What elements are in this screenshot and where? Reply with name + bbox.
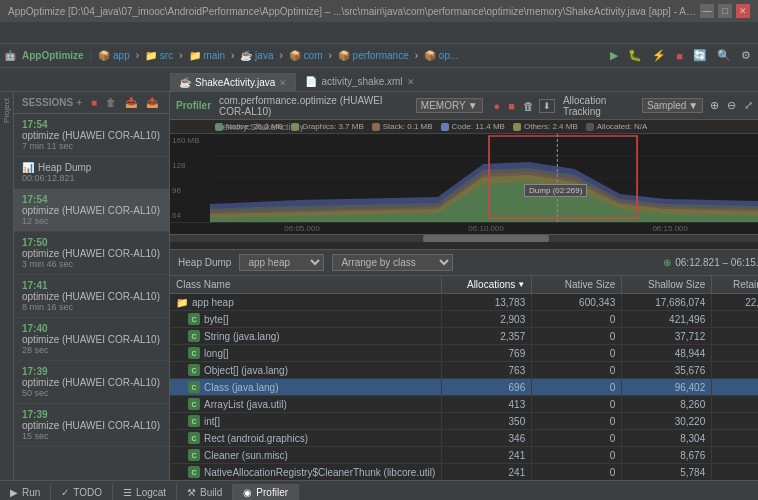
tab-todo[interactable]: ✓ TODO [51,484,113,500]
td-native-2: 0 [532,328,622,344]
arrange-select[interactable]: Arrange by class Arrange by callstack Ar… [332,254,453,271]
session-name-6: optimize (HUAWEI COR-AL10) [22,377,161,388]
heap-type-select[interactable]: app heap image heap zygote heap [239,254,324,271]
th-shallow-size[interactable]: Shallow Size [622,276,712,293]
breadcrumb-app[interactable]: 📦 app [98,50,129,61]
legend-item-5: Allocated: N/A [586,122,648,131]
run-button[interactable]: ▶ [607,48,621,63]
tab-shake-text: ShakeActivity.java [195,77,275,88]
tab-profiler[interactable]: ◉ Profiler [233,484,299,500]
td-class-7: C int[] [170,413,442,429]
memory-dropdown-btn[interactable]: MEMORY ▼ [416,98,483,113]
session-item-7[interactable]: 17:39 optimize (HUAWEI COR-AL10) 15 sec [14,404,169,447]
profiler-gc-btn[interactable]: 🗑 [520,99,537,113]
th-allocations[interactable]: Allocations ▼ [442,276,532,293]
search-button[interactable]: 🔍 [714,48,734,63]
table-row-1[interactable]: C byte[] 2,903 0 421,496 421,496 [170,311,758,328]
settings-button[interactable]: ⚙ [738,48,754,63]
profiler-record-btn[interactable]: ● [491,99,504,113]
td-alloc-7: 350 [442,413,532,429]
td-class-5: C Class (java.lang) [170,379,442,395]
session-export-btn[interactable]: 📤 [143,96,161,109]
session-import-btn[interactable]: 📥 [122,96,140,109]
tab-shake-activity[interactable]: ☕ ShakeActivity.java ✕ [170,73,296,91]
tab-logcat[interactable]: ☰ Logcat [113,484,177,500]
breadcrumb-main[interactable]: 📁 main [189,50,225,61]
breadcrumb-op[interactable]: 📦 op... [424,50,458,61]
td-class-10: C NativeAllocationRegistry$CleanerThunk … [170,464,442,480]
profiler-heap-dump-btn[interactable]: ⬇ [539,99,555,113]
close-tab-xml[interactable]: ✕ [407,77,415,87]
profiler-stop-btn[interactable]: ■ [505,99,518,113]
session-item-6[interactable]: 17:39 optimize (HUAWEI COR-AL10) 50 sec [14,361,169,404]
session-time-7: 17:39 [22,409,161,420]
session-item-2[interactable]: 17:54 optimize (HUAWEI COR-AL10) 12 sec [14,189,169,232]
session-duration-3: 3 min 46 sec [22,259,161,269]
td-retained-0: 22,821,377 [712,294,758,310]
table-header: Class Name Allocations ▼ Native Size Sha… [170,276,758,294]
table-row-4[interactable]: C Object[] (java.lang) 763 0 35,676 121,… [170,362,758,379]
session-delete-btn[interactable]: 🗑 [103,96,119,109]
zoom-in-btn[interactable]: ⊕ [707,98,722,113]
close-tab-shake[interactable]: ✕ [279,78,287,88]
sessions-panel: SESSIONS + ■ 🗑 📥 📤 17:54 optimize (HUAWE… [14,92,170,480]
td-alloc-10: 241 [442,464,532,480]
breadcrumb-java[interactable]: ☕ java [240,50,273,61]
tab-build[interactable]: ⚒ Build [177,484,233,500]
session-item-4[interactable]: 17:41 optimize (HUAWEI COR-AL10) 8 min 1… [14,275,169,318]
fit-btn[interactable]: ⤢ [741,98,756,113]
zoom-out-btn[interactable]: ⊖ [724,98,739,113]
th-class-label: Class Name [176,279,230,290]
td-class-8: C Rect (android.graphics) [170,430,442,446]
timestamp-info: ⊕ 06:12.821 – 06:15.111 ▼ [663,257,758,269]
session-item-0[interactable]: 17:54 optimize (HUAWEI COR-AL10) 7 min 1… [14,114,169,157]
table-row-10[interactable]: C NativeAllocationRegistry$CleanerThunk … [170,464,758,480]
session-add-btn[interactable]: + [73,96,85,109]
session-duration-0: 7 min 11 sec [22,141,161,151]
maximize-button[interactable]: □ [718,4,732,18]
stop-button[interactable]: ■ [673,49,686,63]
th-retained-size[interactable]: Retained Size [712,276,758,293]
table-row-9[interactable]: C Cleaner (sun.misc) 241 0 8,676 14,588 [170,447,758,464]
session-stop-btn[interactable]: ■ [88,96,100,109]
close-button[interactable]: ✕ [736,4,750,18]
breadcrumb-com[interactable]: 📦 com [289,50,323,61]
td-alloc-4: 763 [442,362,532,378]
toolbar-sep1: | [90,50,93,61]
tracking-mode: Sampled [647,100,686,111]
tab-run[interactable]: ▶ Run [0,484,51,500]
table-row-0[interactable]: 📁 app heap 13,783 600,343 17,686,074 22,… [170,294,758,311]
breadcrumb-performance[interactable]: 📦 performance [338,50,409,61]
table-row-3[interactable]: C long[] 769 0 48,944 48,944 [170,345,758,362]
legend-label-5: Allocated: N/A [597,122,648,131]
legend-item-2: Stack: 0.1 MB [372,122,433,131]
class-name-4: Object[] (java.lang) [204,365,288,376]
breadcrumb-src[interactable]: 📁 src [145,50,173,61]
sidebar-label-project[interactable]: Project [0,92,13,129]
table-row-6[interactable]: C ArrayList (java.util) 413 0 8,260 53,9… [170,396,758,413]
session-item-5[interactable]: 17:40 optimize (HUAWEI COR-AL10) 28 sec [14,318,169,361]
class-icon-7: C [188,415,200,427]
tracking-mode-btn[interactable]: Sampled ▼ [642,98,703,113]
class-name-6: ArrayList (java.util) [204,399,287,410]
profile-button[interactable]: ⚡ [649,48,669,63]
table-row-2[interactable]: C String (java.lang) 2,357 0 37,712 99,9… [170,328,758,345]
table-row-7[interactable]: C int[] 350 0 30,220 30,220 [170,413,758,430]
table-area: Class Name Allocations ▼ Native Size Sha… [170,276,758,480]
th-native-size[interactable]: Native Size [532,276,622,293]
class-name-10: NativeAllocationRegistry$CleanerThunk (l… [204,467,435,478]
tab-logcat-label: Logcat [136,487,166,498]
td-retained-7: 30,220 [712,413,758,429]
session-item-3[interactable]: 17:50 optimize (HUAWEI COR-AL10) 3 min 4… [14,232,169,275]
debug-button[interactable]: 🐛 [625,48,645,63]
minimize-button[interactable]: — [700,4,714,18]
memory-graph[interactable]: 160 MB 128 96 64 [170,134,758,222]
sync-button[interactable]: 🔄 [690,48,710,63]
table-row-8[interactable]: C Rect (android.graphics) 346 0 8,304 8,… [170,430,758,447]
bottom-tabs: ▶ Run ✓ TODO ☰ Logcat ⚒ Build ◉ Profiler [0,480,758,500]
session-item-1[interactable]: 📊 Heap Dump 00:06:12.821 [14,157,169,189]
memory-label: MEMORY [421,100,466,111]
td-alloc-2: 2,357 [442,328,532,344]
tab-activity-shake-xml[interactable]: 📄 activity_shake.xml ✕ [296,72,423,91]
table-row-5[interactable]: C Class (java.lang) 696 0 96,402 514,334 [170,379,758,396]
